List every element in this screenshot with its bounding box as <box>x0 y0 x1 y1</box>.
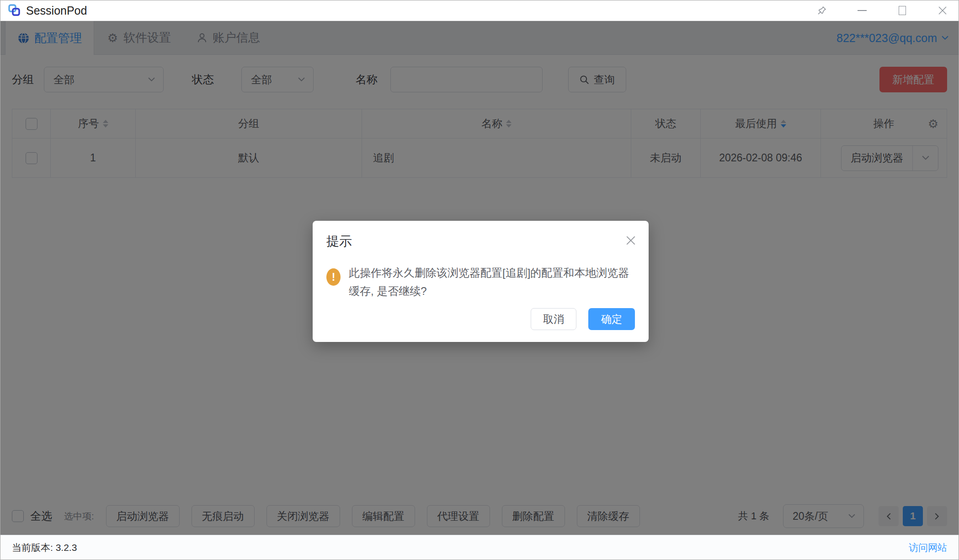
app-logo-icon <box>8 4 21 17</box>
warning-icon: ! <box>326 268 341 286</box>
pin-icon[interactable] <box>816 5 828 16</box>
visit-website-link[interactable]: 访问网站 <box>909 541 947 554</box>
dialog-title: 提示 <box>326 233 635 250</box>
dialog-actions: 取消 确定 <box>531 308 635 330</box>
dialog-body: ! 此操作将永久删除该浏览器配置[追剧]的配置和本地浏览器缓存, 是否继续? <box>326 264 635 300</box>
window-controls <box>816 5 948 16</box>
status-footer: 当前版本: 3.2.3 访问网站 <box>0 535 959 560</box>
minimize-button[interactable] <box>856 5 868 16</box>
confirm-button[interactable]: 确定 <box>588 308 635 330</box>
app-title: SessionPod <box>26 4 87 17</box>
titlebar: SessionPod <box>0 0 959 21</box>
version-text: 当前版本: 3.2.3 <box>12 541 77 554</box>
app-window: SessionPod <box>0 0 959 560</box>
confirm-delete-dialog: 提示 ! 此操作将永久删除该浏览器配置[追剧]的配置和本地浏览器缓存, 是否继续… <box>313 221 649 342</box>
dialog-close-icon[interactable] <box>625 235 637 246</box>
maximize-button[interactable] <box>896 5 908 16</box>
cancel-button[interactable]: 取消 <box>531 308 576 330</box>
dialog-message: 此操作将永久删除该浏览器配置[追剧]的配置和本地浏览器缓存, 是否继续? <box>349 264 635 300</box>
close-button[interactable] <box>937 5 948 16</box>
